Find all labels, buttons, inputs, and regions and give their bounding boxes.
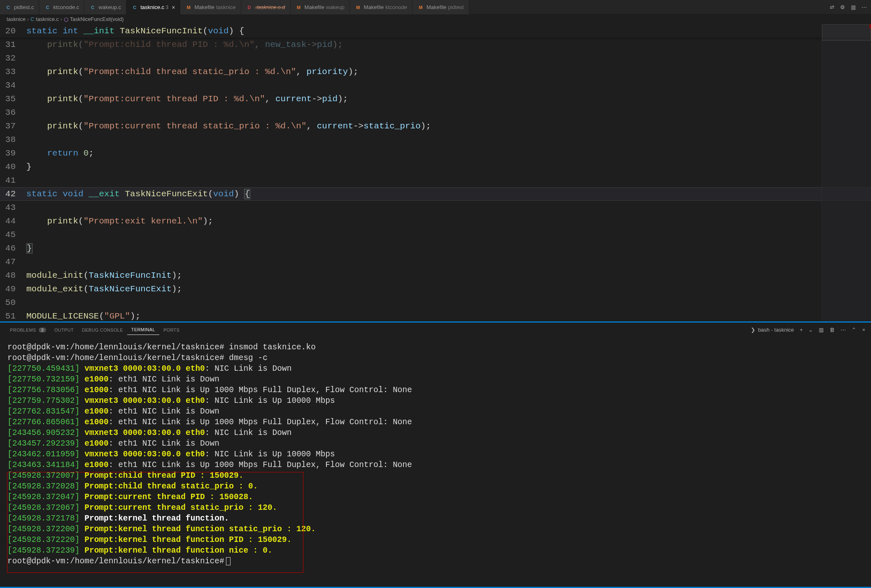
panel-tab-terminal[interactable]: TERMINAL <box>127 325 159 335</box>
line-number[interactable]: 32 <box>0 51 26 65</box>
line-number[interactable]: 36 <box>0 106 26 119</box>
breadcrumb-file[interactable]: tasknice.c <box>36 16 59 22</box>
breadcrumb[interactable]: tasknice › C tasknice.c › ⬡ TaskNiceFunc… <box>0 14 871 24</box>
code-content[interactable] <box>26 174 871 187</box>
line-number[interactable]: 35 <box>0 92 26 106</box>
code-content[interactable] <box>26 228 871 242</box>
split-terminal-icon[interactable]: ▥ <box>819 327 824 333</box>
panel-tab-output[interactable]: OUTPUT <box>50 325 78 335</box>
code-line[interactable]: 35 printk("Prompt:current thread PID : %… <box>0 92 871 106</box>
line-number[interactable]: 31 <box>0 38 26 51</box>
code-line[interactable]: 40} <box>0 160 871 174</box>
panel-tab-problems[interactable]: PROBLEMS3 <box>6 325 50 335</box>
code-content[interactable]: module_exit(TaskNiceFuncExit); <box>26 282 871 296</box>
code-line[interactable]: 45 <box>0 228 871 242</box>
line-number[interactable]: 37 <box>0 119 26 133</box>
code-content[interactable] <box>26 296 871 309</box>
code-content[interactable]: printk("Prompt:current thread PID : %d.\… <box>26 92 871 106</box>
code-line[interactable]: 32 <box>0 51 871 65</box>
line-number[interactable]: 43 <box>0 201 26 214</box>
code-line[interactable]: 47 <box>0 255 871 269</box>
code-content[interactable] <box>26 255 871 269</box>
line-number[interactable]: 51 <box>0 309 26 321</box>
tab-wakeup-c[interactable]: Cwakeup.c <box>84 0 126 14</box>
code-line[interactable]: 41 <box>0 174 871 187</box>
code-content[interactable]: printk("Prompt:child thread static_prio … <box>26 65 871 79</box>
line-number[interactable]: 34 <box>0 79 26 92</box>
breadcrumb-symbol[interactable]: TaskNiceFuncExit(void) <box>70 16 124 22</box>
line-number[interactable]: 48 <box>0 269 26 282</box>
code-line[interactable]: 44 printk("Prompt:exit kernel.\n"); <box>0 214 871 228</box>
code-line[interactable]: 34 <box>0 79 871 92</box>
chevron-up-icon[interactable]: ⌃ <box>852 327 856 333</box>
new-terminal-icon[interactable]: + <box>800 327 803 333</box>
code-content[interactable] <box>26 106 871 119</box>
tab-pidtest-c[interactable]: Cpidtest.c <box>0 0 39 14</box>
line-number[interactable]: 49 <box>0 282 26 296</box>
line-number[interactable]: 45 <box>0 228 26 242</box>
line-number[interactable]: 41 <box>0 174 26 187</box>
code-line[interactable]: 38 <box>0 133 871 146</box>
code-content[interactable] <box>26 133 871 146</box>
code-line[interactable]: 33 printk("Prompt:child thread static_pr… <box>0 65 871 79</box>
line-number[interactable]: 44 <box>0 214 26 228</box>
close-icon[interactable]: × <box>172 4 175 11</box>
line-number[interactable]: 38 <box>0 133 26 146</box>
minimap[interactable] <box>822 24 871 321</box>
panel-tab-debug-console[interactable]: DEBUG CONSOLE <box>78 325 127 335</box>
code-content[interactable]: MODULE_LICENSE("GPL"); <box>26 309 871 321</box>
code-content[interactable]: } <box>26 242 871 255</box>
line-number[interactable]: 40 <box>0 160 26 174</box>
code-content[interactable] <box>26 51 871 65</box>
code-editor[interactable]: 20static int __init TaskNiceFuncInit(voi… <box>0 24 871 321</box>
code-content[interactable]: static int __init TaskNiceFuncInit(void)… <box>26 24 871 38</box>
tab-Makefile[interactable]: MMakefile pidtest <box>412 0 469 14</box>
code-content[interactable]: } <box>26 160 871 174</box>
tab-Makefile[interactable]: MMakefile wakeup <box>291 0 350 14</box>
terminal-view[interactable]: root@dpdk-vm:/home/lennlouis/kernel/task… <box>0 337 871 580</box>
terminal-name[interactable]: ❯bash - tasknice <box>751 327 794 333</box>
code-line[interactable]: 51MODULE_LICENSE("GPL"); <box>0 309 871 321</box>
line-number[interactable]: 33 <box>0 65 26 79</box>
tab-Makefile[interactable]: MMakefile ktconode <box>350 0 412 14</box>
close-panel-icon[interactable]: × <box>862 327 865 333</box>
tab-Makefile[interactable]: MMakefile tasknice <box>180 0 241 14</box>
code-content[interactable]: printk("Prompt:exit kernel.\n"); <box>26 214 871 228</box>
code-line[interactable]: 42static void __exit TaskNiceFuncExit(vo… <box>0 187 871 201</box>
tab-tasknice-c[interactable]: Ctasknice.c 3× <box>126 0 180 14</box>
code-line[interactable]: 50 <box>0 296 871 309</box>
line-number[interactable]: 46 <box>0 242 26 255</box>
code-content[interactable]: printk("Prompt:current thread static_pri… <box>26 119 871 133</box>
code-content[interactable] <box>26 79 871 92</box>
split-icon[interactable]: ▥ <box>851 4 856 10</box>
code-content[interactable] <box>26 201 871 214</box>
breadcrumb-folder[interactable]: tasknice <box>7 16 26 22</box>
chevron-down-icon[interactable]: ⌄ <box>808 327 813 333</box>
code-line[interactable]: 20static int __init TaskNiceFuncInit(voi… <box>0 24 871 38</box>
line-number[interactable]: 42 <box>0 187 26 201</box>
more-icon[interactable]: ⋯ <box>862 4 867 10</box>
code-line[interactable]: 36 <box>0 106 871 119</box>
tab-ktconode-c[interactable]: Cktconode.c <box>39 0 84 14</box>
code-line[interactable]: 49module_exit(TaskNiceFuncExit); <box>0 282 871 296</box>
tab--tasknice-o-d[interactable]: D.tasknice.o.d <box>241 0 291 14</box>
panel-tab-ports[interactable]: PORTS <box>159 325 184 335</box>
code-line[interactable]: 48module_init(TaskNiceFuncInit); <box>0 269 871 282</box>
line-number[interactable]: 47 <box>0 255 26 269</box>
code-line[interactable]: 43 <box>0 201 871 214</box>
settings-icon[interactable]: ⚙ <box>840 4 845 10</box>
more-icon[interactable]: ⋯ <box>841 327 846 333</box>
line-number[interactable]: 20 <box>0 24 26 38</box>
compare-icon[interactable]: ⇄ <box>830 4 834 10</box>
trash-icon[interactable]: 🗑 <box>829 327 835 333</box>
code-line[interactable]: 37 printk("Prompt:current thread static_… <box>0 119 871 133</box>
code-content[interactable]: module_init(TaskNiceFuncInit); <box>26 269 871 282</box>
code-content[interactable]: static void __exit TaskNiceFuncExit(void… <box>26 187 871 201</box>
code-content[interactable]: return 0; <box>26 146 871 160</box>
code-line[interactable]: 31 printk("Prompt:child thread PID : %d.… <box>0 38 871 51</box>
code-line[interactable]: 39 return 0; <box>0 146 871 160</box>
line-number[interactable]: 39 <box>0 146 26 160</box>
code-content[interactable]: printk("Prompt:child thread PID : %d.\n"… <box>26 38 871 51</box>
line-number[interactable]: 50 <box>0 296 26 309</box>
code-line[interactable]: 46} <box>0 242 871 255</box>
